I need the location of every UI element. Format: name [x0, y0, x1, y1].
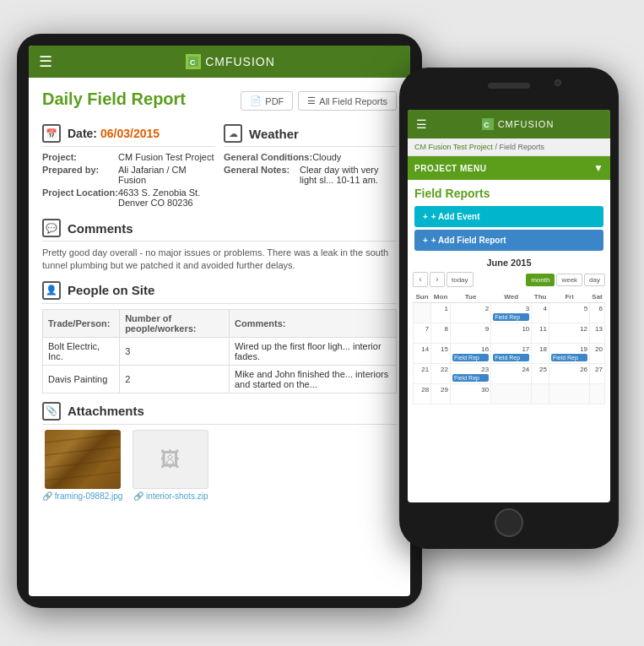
add-event-button[interactable]: + + Add Event: [414, 206, 603, 227]
calendar-cell[interactable]: 9: [450, 323, 490, 344]
tablet-topbar: ☰ C CMFUSION: [29, 46, 410, 78]
link-icon-2: 🔗: [133, 491, 143, 501]
calendar-cell[interactable]: 25: [532, 364, 549, 384]
cloud-icon: ☁: [224, 124, 242, 143]
cal-header-mon: Mon: [431, 291, 451, 303]
row1-comments: Wired up the first floor ligh... interio…: [229, 337, 396, 365]
calendar-cell[interactable]: 10: [491, 323, 532, 344]
calendar-nav: ‹ › today month week day: [413, 272, 605, 287]
phone-menu-arrow-icon: ▼: [593, 162, 603, 174]
row2-count: 2: [120, 365, 230, 393]
calendar-cell[interactable]: 21: [414, 364, 431, 384]
row2-comments: Mike and John finished the... interiors …: [229, 365, 396, 393]
cal-header-sun: Sun: [414, 291, 431, 303]
calendar-cell[interactable]: 5: [549, 303, 589, 323]
pdf-button[interactable]: 📄 PDF: [241, 91, 293, 111]
cal-nav-left: ‹ › today: [413, 272, 474, 287]
phone-home-button[interactable]: [495, 508, 523, 537]
cal-next-button[interactable]: ›: [430, 272, 445, 287]
calendar-month-title: June 2015: [413, 258, 605, 268]
table-row: Bolt Electric, Inc. 3 Wired up the first…: [43, 337, 397, 365]
calendar-cell[interactable]: 14: [414, 344, 431, 364]
calendar-cell[interactable]: 7: [414, 323, 431, 344]
pdf-icon: 📄: [250, 95, 262, 106]
comments-section-header: 💬 Comments: [42, 219, 397, 242]
cal-prev-button[interactable]: ‹: [413, 272, 428, 287]
calendar-cell[interactable]: 18: [532, 344, 549, 364]
phone-screen: ☰ C CMFUSION CM Fusion Test Project / Fi…: [408, 110, 610, 502]
calendar-cell[interactable]: 28: [414, 384, 431, 404]
calendar-cell[interactable]: 29: [431, 384, 451, 404]
calendar-cell[interactable]: 20: [590, 344, 605, 364]
conditions-label: General Conditions:: [224, 152, 312, 162]
date-project-panel: 📅 Date: 06/03/2015 Project: CM Fusion Te…: [42, 124, 215, 210]
calendar-cell[interactable]: 16Field Rep: [450, 344, 490, 364]
calendar-event-badge[interactable]: Field Rep: [551, 354, 587, 361]
calendar-cell[interactable]: 24: [491, 364, 532, 384]
attachment-zip: 🖼 🔗 interior-shots.zip: [133, 430, 208, 501]
link-icon-1: 🔗: [42, 491, 52, 501]
cal-header-fri: Fri: [549, 291, 589, 303]
cal-header-wed: Wed: [491, 291, 532, 303]
calendar-cell[interactable]: 17Field Rep: [491, 344, 532, 364]
svg-line-4: [45, 459, 121, 468]
calendar-cell[interactable]: 4: [532, 303, 549, 323]
calendar-cell[interactable]: 2: [450, 303, 490, 323]
calendar-event-badge[interactable]: Field Rep: [493, 313, 529, 321]
breadcrumb-project[interactable]: CM Fusion Test Project: [414, 143, 493, 151]
cal-day-view-button[interactable]: day: [584, 274, 605, 286]
calendar-cell[interactable]: 22: [431, 364, 451, 384]
all-reports-button[interactable]: ☰ All Field Reports: [298, 91, 397, 111]
people-heading: People on Site: [68, 283, 154, 297]
svg-text:C: C: [190, 58, 196, 67]
calendar-cell[interactable]: 19Field Rep: [549, 344, 589, 364]
conditions-value: Cloudy: [312, 152, 341, 162]
phone-breadcrumb: CM Fusion Test Project / Field Reports: [408, 138, 610, 156]
calendar-grid: Sun Mon Tue Wed Thu Fri Sat 123Field Rep…: [413, 291, 605, 404]
calendar-cell[interactable]: 26: [549, 364, 589, 384]
comments-heading: Comments: [68, 221, 133, 236]
calendar-cell[interactable]: 15: [431, 344, 451, 364]
attachment-filename-2[interactable]: 🔗 interior-shots.zip: [133, 491, 208, 501]
attachment-image: 🔗 framing-09882.jpg: [42, 430, 122, 501]
project-label: Project:: [42, 152, 118, 162]
calendar-cell[interactable]: 3Field Rep: [491, 303, 532, 323]
calendar-cell[interactable]: 1: [431, 303, 451, 323]
calendar-cell[interactable]: 23Field Rep: [450, 364, 490, 384]
comments-text: Pretty good day overall - no major issue…: [42, 247, 397, 273]
cal-header-sat: Sat: [590, 291, 605, 303]
weather-heading: Weather: [249, 127, 299, 141]
calendar-cell[interactable]: 13: [590, 323, 605, 344]
calendar-cell[interactable]: 11: [532, 323, 549, 344]
prepared-label: Prepared by:: [42, 165, 118, 185]
calendar-event-badge[interactable]: Field Rep: [452, 374, 489, 382]
tablet-screen: ☰ C CMFUSION Daily Field Report 📄: [29, 46, 410, 596]
row2-trade: Davis Painting: [43, 365, 120, 393]
logo-cm: CM: [205, 55, 225, 68]
calendar-event-badge[interactable]: Field Rep: [493, 354, 529, 361]
notes-label: General Notes:: [224, 165, 300, 185]
col-count: Number of people/workers:: [120, 309, 230, 337]
cal-week-view-button[interactable]: week: [556, 274, 582, 286]
calendar-cell[interactable]: 12: [549, 323, 589, 344]
phone-logo: C CMFUSION: [482, 118, 555, 130]
logo-text: CMFUSION: [205, 55, 275, 68]
paperclip-icon: 📎: [42, 402, 61, 421]
location-value: 4633 S. Zenobia St.Denver CO 80236: [118, 187, 200, 208]
row1-trade: Bolt Electric, Inc.: [43, 337, 120, 365]
cal-month-view-button[interactable]: month: [526, 274, 555, 286]
calendar-cell[interactable]: 27: [590, 364, 605, 384]
hamburger-icon[interactable]: ☰: [39, 52, 52, 71]
calendar-cell[interactable]: 8: [431, 323, 451, 344]
phone-project-menu[interactable]: PROJECT MENU ▼: [408, 156, 610, 180]
wood-stripes: [45, 430, 121, 489]
svg-text:C: C: [484, 121, 490, 129]
project-info: Project: CM Fusion Test Project Prepared…: [42, 152, 215, 208]
cal-today-button[interactable]: today: [446, 272, 474, 287]
phone-hamburger-icon[interactable]: ☰: [416, 117, 427, 131]
calendar-cell[interactable]: 6: [590, 303, 605, 323]
calendar-event-badge[interactable]: Field Rep: [452, 354, 489, 361]
calendar-cell[interactable]: 30: [450, 384, 490, 404]
attachment-filename-1[interactable]: 🔗 framing-09882.jpg: [42, 491, 122, 501]
add-field-report-button[interactable]: + + Add Field Report: [414, 230, 603, 251]
